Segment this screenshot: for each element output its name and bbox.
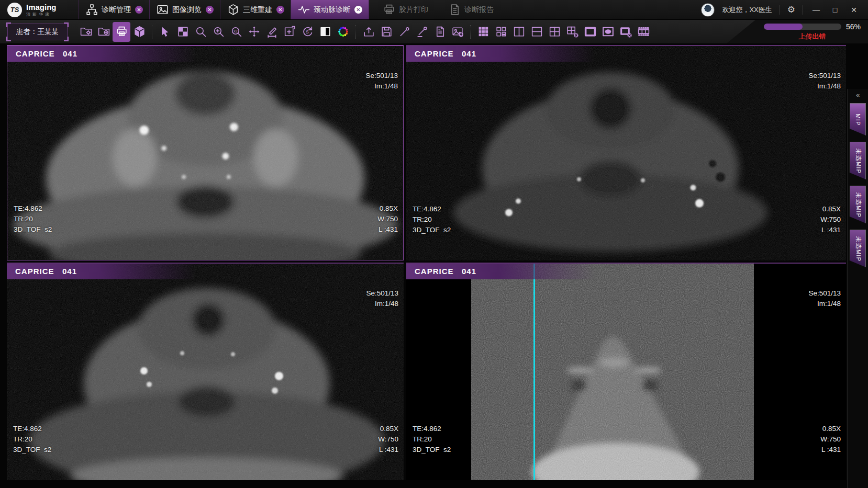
sidebar-tab-mip-3[interactable]: 未选MIP — [850, 230, 866, 267]
clear-grid-button[interactable] — [563, 22, 581, 42]
zoom-2x-icon: x2 — [230, 25, 243, 38]
open-study-button[interactable] — [77, 22, 95, 42]
waveform-icon — [297, 3, 310, 16]
upload-icon — [362, 25, 375, 38]
sidebar-tab-mip-active[interactable]: MIP — [850, 103, 866, 135]
panel-header: CAPRICE 041 — [7, 46, 238, 62]
magnifier-button[interactable] — [192, 22, 209, 42]
pointer-button[interactable] — [156, 22, 174, 42]
split-rows-button[interactable] — [528, 22, 546, 42]
upload-button[interactable] — [360, 22, 377, 42]
series-info: Se:501/13Im:1/48 — [366, 267, 398, 330]
panel-header: CAPRICE 041 — [406, 264, 637, 279]
collapse-sidebar-icon[interactable]: « — [848, 89, 868, 103]
app-logo: TS Imaging 清影华康 — [0, 3, 79, 17]
tile-view-icon — [176, 25, 190, 38]
close-tab-icon[interactable]: ✕ — [206, 6, 214, 14]
new-study-button[interactable] — [95, 22, 113, 42]
brand-subtitle: 清影华康 — [26, 13, 57, 17]
invert-bw-button[interactable] — [316, 22, 334, 42]
magnifier-icon — [194, 25, 207, 38]
settings-gear-icon[interactable]: ⚙ — [787, 4, 795, 15]
sidebar-tab-label: 未选MIP — [854, 192, 862, 217]
new-report-button[interactable] — [431, 22, 449, 42]
toolbar: 患者：王某某 x2S 56% 上传出错 — [0, 20, 868, 44]
viewport-panel-4[interactable]: CAPRICE 041 Se:501/13Im:1/48 TE:4.862TR:… — [406, 263, 846, 480]
pseudo-color-button[interactable] — [334, 22, 352, 42]
zoom-in-button[interactable] — [209, 22, 227, 42]
upload-percent: 56% — [846, 22, 861, 31]
application-window: TS Imaging 清影华康 诊断管理✕图像浏览✕三维重建✕颈动脉诊断✕胶片打… — [0, 0, 868, 488]
tab-waveform[interactable]: 颈动脉诊断✕ — [291, 0, 369, 19]
grid-x-icon — [566, 25, 579, 38]
export-image-button[interactable] — [449, 22, 466, 42]
color-wheel-icon — [337, 25, 350, 38]
rotate-icon: S — [301, 25, 314, 38]
series-info: Se:501/13Im:1/48 — [365, 50, 398, 112]
image-viewport: CAPRICE 041 Se:501/13Im:1/48 TE:4.862TR:… — [0, 44, 868, 488]
add-roi-icon — [283, 25, 296, 38]
save-button[interactable] — [377, 22, 395, 42]
filmstrip-button[interactable] — [635, 22, 652, 42]
toolbar-separator — [470, 25, 471, 39]
print-button[interactable] — [113, 22, 130, 42]
filmstrip-icon — [637, 25, 650, 38]
sidebar-tab-mip-1[interactable]: 未选MIP — [850, 142, 866, 179]
viewport-panel-1[interactable]: CAPRICE 041 Se:501/13Im:1/48 TE:4.862TR:… — [7, 45, 404, 260]
measure-button[interactable] — [263, 22, 281, 42]
viewport-panel-2[interactable]: CAPRICE 041 Se:501/13Im:1/48 TE:4.862TR:… — [406, 45, 846, 260]
top-bar: TS Imaging 清影华康 诊断管理✕图像浏览✕三维重建✕颈动脉诊断✕胶片打… — [0, 0, 868, 20]
logo-monogram: TS — [7, 3, 22, 17]
cube-3d-icon — [227, 3, 240, 16]
minimize-button[interactable]: — — [810, 6, 822, 14]
maximize-button[interactable]: □ — [829, 6, 841, 14]
panel-title: CAPRICE 041 — [406, 264, 637, 276]
toolbar-separator — [152, 25, 152, 39]
sidebar-tab-label: 未选MIP — [854, 148, 862, 173]
add-roi-button[interactable] — [281, 22, 298, 42]
shutter-rect-button[interactable] — [581, 22, 599, 42]
grid-3x3-button[interactable] — [474, 22, 492, 42]
window-level-info: 0.85XW:750L :431 — [820, 183, 841, 256]
probe-alt-button[interactable] — [413, 22, 431, 42]
diagnosis-icon — [85, 3, 98, 16]
ellipse-filled-icon — [602, 25, 615, 38]
divider — [780, 5, 780, 15]
image-up-icon — [451, 25, 464, 38]
patient-label[interactable]: 患者：王某某 — [7, 24, 68, 40]
tab-label: 三维重建 — [243, 5, 272, 15]
tab-printer: 胶片打印 — [376, 0, 435, 19]
upload-progress-bar — [764, 24, 841, 30]
folder-plus-icon — [97, 25, 110, 38]
split-columns-button[interactable] — [510, 22, 528, 42]
split-cols-icon — [513, 25, 526, 38]
close-button[interactable]: ✕ — [848, 6, 860, 14]
layout-mixed-button[interactable] — [492, 22, 510, 42]
pan-button[interactable] — [245, 22, 263, 42]
shutter-ellipse-button[interactable] — [599, 22, 617, 42]
report-icon — [448, 3, 461, 16]
viewport-panel-3[interactable]: CAPRICE 041 Se:501/13Im:1/48 TE:4.862TR:… — [7, 263, 404, 480]
close-tab-icon[interactable]: ✕ — [354, 6, 362, 14]
user-avatar[interactable] — [701, 3, 715, 17]
tab-diagnosis[interactable]: 诊断管理✕ — [79, 0, 149, 19]
close-tab-icon[interactable]: ✕ — [276, 6, 284, 14]
tab-label: 诊断报告 — [464, 5, 494, 15]
printer-icon — [383, 3, 396, 16]
volume-3d-button[interactable] — [130, 22, 148, 42]
sidebar-tab-label: 未选MIP — [854, 236, 862, 261]
probe-button[interactable] — [395, 22, 413, 42]
rotate-button[interactable]: S — [298, 22, 316, 42]
sidebar-tab-mip-2[interactable]: 未选MIP — [850, 186, 866, 223]
tile-view-button[interactable] — [174, 22, 192, 42]
tab-image-browse[interactable]: 图像浏览✕ — [149, 0, 220, 19]
cube-filled-icon — [133, 25, 146, 38]
toolbar-buttons: x2S — [77, 20, 652, 43]
close-tab-icon[interactable]: ✕ — [135, 6, 143, 14]
tab-cube-3d[interactable]: 三维重建✕ — [220, 0, 291, 19]
sidebar-tab-label: MIP — [855, 114, 861, 126]
clear-shutter-button[interactable] — [617, 22, 635, 42]
mip-sidebar: « MIP未选MIP未选MIP未选MIP — [847, 89, 868, 488]
grid-2x2-button[interactable] — [546, 22, 563, 42]
zoom-2x-button[interactable]: x2 — [227, 22, 245, 42]
